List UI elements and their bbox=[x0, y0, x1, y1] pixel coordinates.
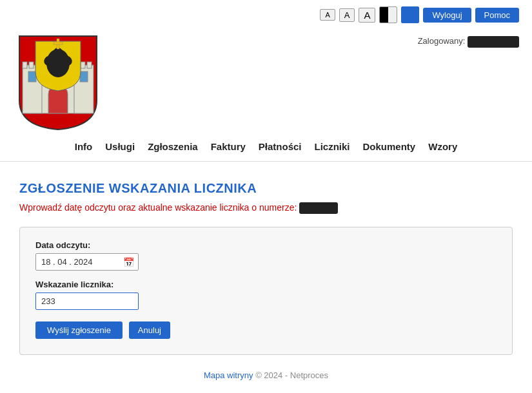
help-button[interactable]: Pomoc bbox=[475, 8, 519, 23]
nav-platnosci[interactable]: Płatności bbox=[259, 141, 302, 152]
submit-button[interactable]: Wyślij zgłoszenie bbox=[35, 321, 123, 339]
meter-input[interactable] bbox=[35, 292, 139, 310]
svg-rect-8 bbox=[87, 62, 92, 68]
form-actions: Wyślij zgłoszenie Anuluj bbox=[35, 321, 497, 339]
date-label: Data odczytu: bbox=[35, 240, 497, 250]
meter-group: Wskazanie licznika: bbox=[35, 280, 497, 310]
font-large-button[interactable]: A bbox=[359, 8, 375, 23]
site-map-link[interactable]: Mapa witryny bbox=[204, 370, 253, 380]
date-input-wrap: 📅 bbox=[35, 253, 139, 271]
main-nav: Info Usługi Zgłoszenia Faktury Płatności… bbox=[0, 135, 532, 162]
logged-in-info: Zalogowany: bbox=[418, 36, 519, 48]
footer: Mapa witryny © 2024 - Netproces bbox=[0, 358, 532, 393]
nav-wzory[interactable]: Wzory bbox=[428, 141, 457, 152]
logo-area bbox=[13, 30, 142, 135]
nav-faktury[interactable]: Faktury bbox=[211, 141, 246, 152]
svg-rect-4 bbox=[29, 62, 34, 68]
form-box: Data odczytu: 📅 Wskazanie licznika: Wyśl… bbox=[19, 227, 513, 355]
user-name bbox=[468, 36, 519, 48]
page-title: ZGŁOSZENIE WSKAZANIA LICZNIKA bbox=[19, 181, 513, 196]
nav-dokumenty[interactable]: Dokumenty bbox=[363, 141, 416, 152]
svg-rect-14 bbox=[80, 72, 88, 82]
svg-rect-20 bbox=[54, 42, 63, 44]
meter-number bbox=[299, 202, 338, 214]
main-content: ZGŁOSZENIE WSKAZANIA LICZNIKA Wprowadź d… bbox=[0, 162, 532, 368]
meter-label: Wskazanie licznika: bbox=[35, 280, 497, 289]
header-right: Zalogowany: bbox=[142, 30, 519, 53]
logout-button[interactable]: Wyloguj bbox=[423, 8, 471, 23]
header: Zalogowany: bbox=[0, 30, 532, 135]
font-small-button[interactable]: A bbox=[320, 9, 335, 21]
font-medium-button[interactable]: A bbox=[339, 8, 355, 22]
date-group: Data odczytu: 📅 bbox=[35, 240, 497, 271]
contrast-full-button[interactable] bbox=[401, 6, 419, 23]
top-bar: A A A Wyloguj Pomoc bbox=[0, 0, 532, 30]
nav-uslugi[interactable]: Usługi bbox=[105, 141, 135, 152]
nav-zgloszenia[interactable]: Zgłoszenia bbox=[148, 141, 198, 152]
contrast-half-button[interactable] bbox=[379, 6, 397, 23]
svg-rect-3 bbox=[23, 62, 27, 68]
coat-of-arms-icon bbox=[13, 30, 103, 133]
subtitle-prefix: Wprowadź datę odczytu oraz aktualne wska… bbox=[19, 202, 297, 213]
nav-info[interactable]: Info bbox=[75, 141, 93, 152]
cancel-button[interactable]: Anuluj bbox=[129, 321, 170, 339]
date-input[interactable] bbox=[35, 253, 139, 271]
svg-rect-7 bbox=[81, 62, 85, 68]
svg-rect-13 bbox=[28, 72, 36, 82]
subtitle: Wprowadź datę odczytu oraz aktualne wska… bbox=[19, 202, 513, 214]
logged-in-label: Zalogowany: bbox=[418, 36, 466, 46]
copyright: © 2024 - Netproces bbox=[255, 370, 328, 380]
nav-liczniki[interactable]: Liczniki bbox=[315, 141, 350, 152]
